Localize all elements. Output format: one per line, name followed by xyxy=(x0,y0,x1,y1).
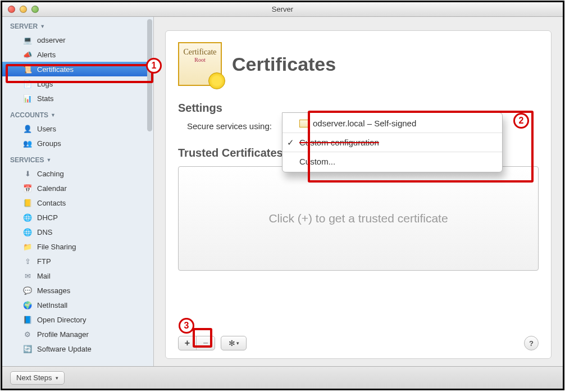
sidebar-item-file-sharing[interactable]: 📁File Sharing xyxy=(2,239,153,254)
certificates-icon: 📜 xyxy=(22,64,33,74)
sidebar-item-label: Alerts xyxy=(37,51,56,59)
mail-icon: ✉ xyxy=(22,271,33,281)
titlebar: Server xyxy=(2,2,563,17)
sidebar-item-mail[interactable]: ✉Mail xyxy=(2,268,153,283)
sidebar-item-label: Messages xyxy=(37,286,70,295)
seal-icon xyxy=(208,72,225,89)
sidebar-item-label: Open Directory xyxy=(37,316,86,324)
open-directory-icon: 📘 xyxy=(22,314,33,325)
sidebar-item-label: DNS xyxy=(37,228,52,236)
remove-button[interactable]: − xyxy=(197,336,215,350)
sidebar-item-label: Contacts xyxy=(37,199,66,207)
placeholder-text: Click (+) to get a trusted certificate xyxy=(268,212,448,225)
sidebar-item-logs[interactable]: 📄Logs xyxy=(2,76,153,91)
sidebar-item-label: FTP xyxy=(37,257,51,266)
action-menu-button[interactable]: ✻ ▾ xyxy=(221,336,247,350)
software-update-icon: 🔄 xyxy=(22,344,33,354)
sidebar-item-label: Mail xyxy=(37,272,51,280)
sidebar-scrollbar[interactable] xyxy=(147,19,152,131)
dhcp-icon: 🌐 xyxy=(22,212,33,222)
sidebar-heading[interactable]: SERVICES▼ xyxy=(2,154,153,166)
certificate-mini-icon xyxy=(299,120,309,127)
sidebar-item-label: Stats xyxy=(37,94,54,103)
odserver-icon: 💻 xyxy=(22,35,33,45)
alerts-icon: 📣 xyxy=(22,49,33,60)
sidebar-item-caching[interactable]: ⬇Caching xyxy=(2,166,153,181)
chevron-down-icon: ▼ xyxy=(40,24,45,29)
chevron-down-icon: ▼ xyxy=(51,112,56,118)
sidebar-item-label: Software Update xyxy=(37,345,92,353)
trusted-certificates-list[interactable]: Click (+) to get a trusted certificate xyxy=(178,166,539,271)
window-title: Server xyxy=(2,5,563,13)
dns-icon: 🌐 xyxy=(22,227,33,237)
bottom-bar: Next Steps ▾ xyxy=(2,366,563,389)
page-title: Certificates xyxy=(232,53,336,75)
messages-icon: 💬 xyxy=(22,285,33,295)
dropdown-item-custom[interactable]: Custom... xyxy=(282,153,502,170)
sidebar-item-profile-manager[interactable]: ⚙Profile Manager xyxy=(2,327,153,341)
sidebar-item-dns[interactable]: 🌐DNS xyxy=(2,225,153,239)
sidebar-item-alerts[interactable]: 📣Alerts xyxy=(2,47,153,62)
sidebar-item-contacts[interactable]: 📒Contacts xyxy=(2,195,153,210)
sidebar-item-label: Certificates xyxy=(37,65,74,74)
calendar-icon: 📅 xyxy=(22,183,33,193)
next-steps-button[interactable]: Next Steps ▾ xyxy=(10,371,65,385)
file-sharing-icon: 📁 xyxy=(22,241,33,252)
sidebar-item-stats[interactable]: 📊Stats xyxy=(2,91,153,106)
chevron-down-icon: ▾ xyxy=(56,375,58,381)
chevron-down-icon: ▼ xyxy=(46,157,51,163)
groups-icon: 👥 xyxy=(22,138,33,148)
add-remove-group: + − xyxy=(178,336,215,350)
contacts-icon: 📒 xyxy=(22,198,33,208)
caching-icon: ⬇ xyxy=(22,168,33,179)
netinstall-icon: 🌍 xyxy=(22,300,33,310)
content-pane: Certificate Root Certificates Settings S… xyxy=(154,17,563,366)
sidebar-item-label: odserver xyxy=(37,36,66,44)
help-button[interactable]: ? xyxy=(524,336,539,350)
sidebar-item-label: Profile Manager xyxy=(37,330,89,339)
secure-services-dropdown: odserver.local – Self-signed ✓ Custom co… xyxy=(282,112,503,172)
sidebar-item-label: Groups xyxy=(37,139,61,148)
logs-icon: 📄 xyxy=(22,79,33,89)
sidebar-item-odserver[interactable]: 💻odserver xyxy=(2,33,153,47)
dropdown-item-custom-config[interactable]: ✓ Custom configuration xyxy=(282,134,502,151)
sidebar-item-software-update[interactable]: 🔄Software Update xyxy=(2,341,153,356)
sidebar-item-label: Users xyxy=(37,125,56,133)
sidebar-heading[interactable]: ACCOUNTS▼ xyxy=(2,109,153,121)
sidebar-item-label: Logs xyxy=(37,80,53,88)
sidebar-item-label: DHCP xyxy=(37,213,58,222)
sidebar-item-calendar[interactable]: 📅Calendar xyxy=(2,181,153,195)
chevron-down-icon: ▾ xyxy=(236,340,239,346)
sidebar-item-open-directory[interactable]: 📘Open Directory xyxy=(2,312,153,327)
stats-icon: 📊 xyxy=(22,93,33,103)
sidebar-item-dhcp[interactable]: 🌐DHCP xyxy=(2,210,153,225)
gear-icon: ✻ xyxy=(229,339,235,348)
sidebar-heading[interactable]: SERVER▼ xyxy=(2,20,153,33)
sidebar-item-label: Caching xyxy=(37,170,64,178)
users-icon: 👤 xyxy=(22,124,33,134)
ftp-icon: ⇧ xyxy=(22,256,33,266)
content-card: Certificate Root Certificates Settings S… xyxy=(165,30,552,359)
sidebar-item-label: NetInstall xyxy=(37,301,67,309)
sidebar-item-netinstall[interactable]: 🌍NetInstall xyxy=(2,298,153,312)
sidebar-item-certificates[interactable]: 📜Certificates xyxy=(2,62,153,76)
sidebar-item-label: File Sharing xyxy=(37,243,76,251)
sidebar-item-label: Calendar xyxy=(37,184,67,193)
sidebar-item-messages[interactable]: 💬Messages xyxy=(2,283,153,298)
dropdown-item-selfsigned[interactable]: odserver.local – Self-signed xyxy=(282,115,502,131)
sidebar-item-ftp[interactable]: ⇧FTP xyxy=(2,254,153,268)
sidebar: SERVER▼💻odserver📣Alerts📜Certificates📄Log… xyxy=(2,17,154,366)
sidebar-item-groups[interactable]: 👥Groups xyxy=(2,136,153,151)
check-icon: ✓ xyxy=(287,138,294,148)
certificate-icon: Certificate Root xyxy=(178,42,222,86)
sidebar-item-users[interactable]: 👤Users xyxy=(2,121,153,136)
profile-manager-icon: ⚙ xyxy=(22,329,33,339)
add-button[interactable]: + xyxy=(179,336,197,350)
